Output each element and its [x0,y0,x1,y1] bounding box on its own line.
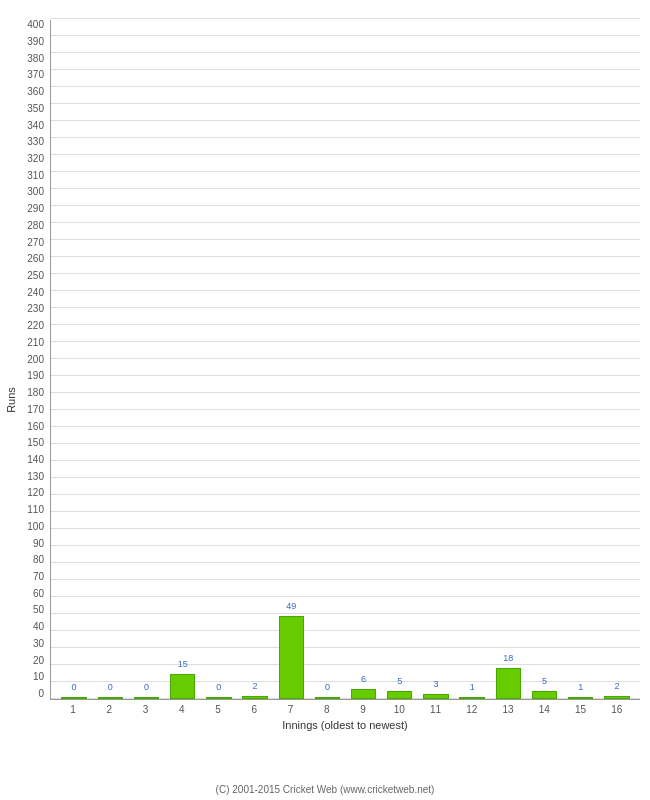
bar: 2 [604,696,629,699]
bar-group: 0 [309,20,345,699]
bar-group: 18 [490,20,526,699]
x-label: 13 [490,700,526,715]
bar-value-label: 15 [178,659,188,669]
bar: 18 [496,668,521,699]
x-label: 2 [91,700,127,715]
bar: 2 [242,696,267,699]
bar-value-label: 5 [397,676,402,686]
y-label: 210 [6,338,44,348]
bar: 6 [351,689,376,699]
y-label: 360 [6,87,44,97]
bar-group: 0 [128,20,164,699]
x-label: 3 [128,700,164,715]
bar: 0 [61,697,86,699]
y-label: 250 [6,271,44,281]
bar: 5 [532,691,557,699]
y-axis-labels: 0102030405060708090100110120130140150160… [6,20,44,699]
bar: 0 [206,697,231,699]
y-label: 300 [6,187,44,197]
bar: 1 [568,697,593,699]
y-label: 290 [6,204,44,214]
y-label: 230 [6,304,44,314]
bar-group: 2 [599,20,635,699]
x-label: 5 [200,700,236,715]
y-label: 170 [6,405,44,415]
y-label: 120 [6,488,44,498]
x-label: 9 [345,700,381,715]
x-label: 12 [454,700,490,715]
y-label: 350 [6,104,44,114]
y-label: 160 [6,422,44,432]
bar-value-label: 2 [614,681,619,691]
bar: 15 [170,674,195,699]
bar-group: 15 [165,20,201,699]
chart-area: 0102030405060708090100110120130140150160… [50,20,640,700]
y-label: 40 [6,622,44,632]
bar-group: 49 [273,20,309,699]
y-label: 260 [6,254,44,264]
y-label: 370 [6,70,44,80]
bar-group: 0 [56,20,92,699]
x-label: 16 [599,700,635,715]
bar-value-label: 18 [503,653,513,663]
x-label: 7 [273,700,309,715]
y-label: 330 [6,137,44,147]
bar-value-label: 2 [253,681,258,691]
y-label: 70 [6,572,44,582]
x-label: 15 [563,700,599,715]
x-label: 14 [526,700,562,715]
y-label: 150 [6,438,44,448]
y-label: 20 [6,656,44,666]
y-label: 220 [6,321,44,331]
x-label: 1 [55,700,91,715]
bar-value-label: 1 [578,682,583,692]
x-label: 6 [236,700,272,715]
bars-container: 0001502490653118512 [51,20,640,699]
x-label: 4 [164,700,200,715]
bar-value-label: 0 [72,682,77,692]
y-label: 280 [6,221,44,231]
y-label: 0 [6,689,44,699]
bar-group: 0 [201,20,237,699]
bar-group: 5 [382,20,418,699]
y-label: 310 [6,171,44,181]
y-label: 380 [6,54,44,64]
bar: 0 [98,697,123,699]
y-label: 130 [6,472,44,482]
y-label: 100 [6,522,44,532]
bar: 3 [423,694,448,699]
bar-group: 5 [526,20,562,699]
bar-value-label: 49 [286,601,296,611]
y-label: 30 [6,639,44,649]
bar-value-label: 0 [108,682,113,692]
y-label: 400 [6,20,44,30]
y-label: 320 [6,154,44,164]
bar-value-label: 3 [433,679,438,689]
bar-group: 1 [454,20,490,699]
bar-group: 1 [563,20,599,699]
grid-line [51,18,640,19]
bar-group: 3 [418,20,454,699]
y-label: 340 [6,121,44,131]
y-label: 110 [6,505,44,515]
bar-group: 6 [346,20,382,699]
bar: 0 [134,697,159,699]
x-label: 10 [381,700,417,715]
y-label: 140 [6,455,44,465]
bar: 1 [459,697,484,699]
bar-value-label: 1 [470,682,475,692]
y-label: 240 [6,288,44,298]
x-label: 8 [309,700,345,715]
x-label: 11 [418,700,454,715]
y-label: 90 [6,539,44,549]
y-label: 390 [6,37,44,47]
bar-group: 0 [92,20,128,699]
chart-container: Runs 01020304050607080901001101201301401… [0,0,650,800]
y-label: 80 [6,555,44,565]
y-label: 190 [6,371,44,381]
y-label: 50 [6,605,44,615]
y-label: 180 [6,388,44,398]
y-label: 10 [6,672,44,682]
bar: 0 [315,697,340,699]
bar-value-label: 5 [542,676,547,686]
